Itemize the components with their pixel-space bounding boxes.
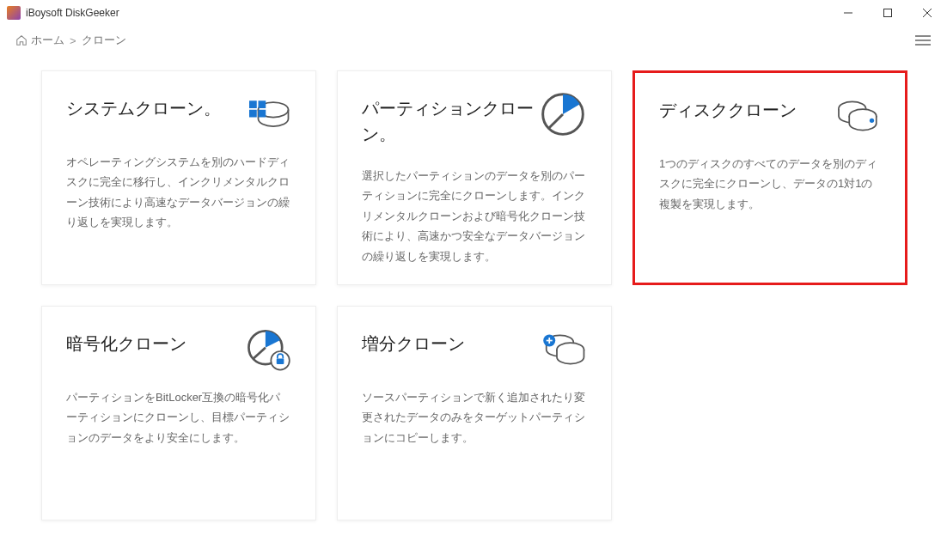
menu-button[interactable] bbox=[914, 32, 932, 49]
card-grid: システムクローン。 オペレーティングシステムを別のハードディスクに完全に移行し、… bbox=[0, 55, 947, 536]
system-disk-icon bbox=[243, 95, 291, 133]
app-icon bbox=[7, 6, 21, 20]
maximize-button[interactable] bbox=[868, 0, 907, 26]
svg-line-13 bbox=[549, 114, 563, 128]
pie-lock-icon bbox=[243, 331, 291, 368]
svg-point-16 bbox=[870, 119, 874, 123]
card-title: パーティションクローン。 bbox=[362, 95, 539, 147]
card-title: ディスククローン bbox=[659, 97, 797, 123]
breadcrumb-bar: ホーム > クローン bbox=[0, 26, 947, 55]
card-desc: 選択したパーティションのデータを別のパーティションに完全にクローンします。インク… bbox=[362, 166, 587, 266]
breadcrumb-home[interactable]: ホーム bbox=[31, 33, 64, 48]
card-desc: オペレーティングシステムを別のハードディスクに完全に移行し、インクリメンタルクロ… bbox=[66, 152, 291, 233]
card-desc: 1つのディスクのすべてのデータを別のディスクに完全にクローンし、データの1対1の… bbox=[659, 154, 881, 214]
card-desc: パーティションをBitLocker互換の暗号化パーティションにクローンし、目標パ… bbox=[66, 387, 291, 447]
svg-rect-20 bbox=[277, 359, 284, 364]
card-encrypt-clone[interactable]: 暗号化クローン パーティションをBitLocker互換の暗号化パーティションにク… bbox=[41, 306, 316, 520]
svg-rect-9 bbox=[259, 100, 266, 108]
svg-rect-11 bbox=[259, 110, 266, 118]
card-desc: ソースパーティションで新く追加されたり変更されたデータのみをターゲットパーティシ… bbox=[362, 387, 587, 447]
minimize-button[interactable] bbox=[828, 0, 868, 26]
card-partition-clone[interactable]: パーティションクローン。 選択したパーティションのデータを別のパーティションに完… bbox=[337, 70, 612, 285]
card-disk-clone[interactable]: ディスククローン 1つのディスクのすべてのデータを別のディスクに完全にクローンし… bbox=[632, 70, 907, 285]
card-system-clone[interactable]: システムクローン。 オペレーティングシステムを別のハードディスクに完全に移行し、… bbox=[41, 70, 316, 285]
svg-rect-1 bbox=[884, 9, 892, 16]
home-icon[interactable] bbox=[15, 34, 27, 46]
window-controls bbox=[828, 0, 947, 26]
disks-plus-icon bbox=[539, 331, 587, 368]
breadcrumb-current: クローン bbox=[82, 33, 126, 48]
svg-line-18 bbox=[254, 348, 266, 359]
card-title: 暗号化クローン bbox=[66, 331, 186, 356]
card-title: システムクローン。 bbox=[66, 95, 221, 121]
svg-rect-8 bbox=[249, 100, 257, 108]
pie-icon bbox=[539, 95, 587, 133]
close-button[interactable] bbox=[907, 0, 947, 26]
svg-rect-10 bbox=[249, 110, 257, 118]
breadcrumb-sep: > bbox=[70, 34, 76, 47]
card-title: 増分クローン bbox=[362, 331, 465, 356]
card-incremental-clone[interactable]: 増分クローン ソースパーティションで新く追加されたり変更されたデータのみをターゲ… bbox=[337, 306, 612, 520]
titlebar: iBoysoft DiskGeeker bbox=[0, 0, 947, 26]
disks-icon bbox=[833, 97, 881, 135]
window-title: iBoysoft DiskGeeker bbox=[26, 7, 119, 19]
